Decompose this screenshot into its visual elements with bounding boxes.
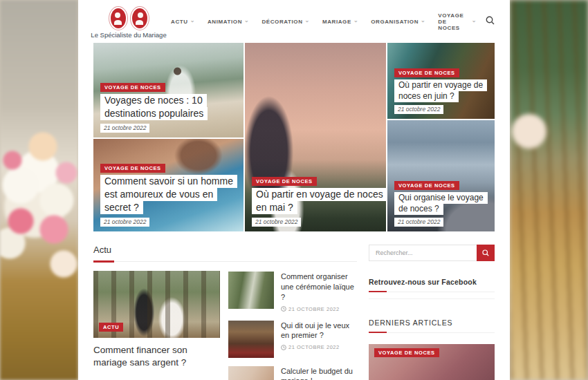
main-nav: ACTU⌄ ANIMATION⌄ DÉCORATION⌄ MARIAGE⌄ OR… bbox=[164, 12, 477, 31]
clock-icon bbox=[281, 306, 286, 312]
chevron-down-icon: ⌄ bbox=[305, 18, 310, 23]
chevron-down-icon: ⌄ bbox=[353, 18, 358, 23]
list-item-date: 21 OCTOBRE 2022 bbox=[281, 306, 357, 312]
nav-item-decoration[interactable]: DÉCORATION⌄ bbox=[261, 12, 310, 31]
cameo-left-icon bbox=[111, 8, 126, 28]
hero-article-date: 21 octobre 2022 bbox=[100, 124, 149, 133]
hero-article-title[interactable]: Où partir en voyage de noces en mai ? bbox=[252, 188, 383, 214]
nav-item-animation[interactable]: ANIMATION⌄ bbox=[208, 12, 249, 31]
chevron-down-icon: ⌄ bbox=[190, 18, 195, 23]
hero-article[interactable]: VOYAGE DE NOCES Voyages de noces : 10 de… bbox=[93, 43, 244, 137]
search-input[interactable] bbox=[369, 245, 477, 261]
list-item-thumbnail[interactable] bbox=[228, 366, 274, 380]
category-badge[interactable]: VOYAGE DE NOCES bbox=[394, 68, 459, 77]
latest-article[interactable]: VOYAGE DE NOCES bbox=[369, 344, 495, 380]
hero-article-title[interactable]: Où partir en voyage de noces en juin ? bbox=[394, 79, 492, 102]
category-badge[interactable]: VOYAGE DE NOCES bbox=[394, 181, 459, 190]
list-item-thumbnail[interactable] bbox=[228, 272, 274, 309]
main-content: Actu ACTU Comment financer son mariage s… bbox=[78, 231, 510, 380]
facebook-widget-area bbox=[369, 292, 495, 299]
nav-item-organisation[interactable]: ORGANISATION⌄ bbox=[371, 12, 425, 31]
featured-article-title[interactable]: Comment financer son mariage sans argent… bbox=[93, 344, 220, 369]
nav-item-mariage[interactable]: MARIAGE⌄ bbox=[322, 12, 358, 31]
article-list: Comment organiser une cérémonie laïque ?… bbox=[228, 271, 357, 380]
featured-article[interactable]: ACTU Comment financer son mariage sans a… bbox=[93, 271, 220, 380]
list-item[interactable]: Calculer le budget du mariage ! bbox=[228, 366, 357, 380]
search-submit-button[interactable] bbox=[477, 245, 495, 261]
search-icon bbox=[482, 249, 489, 256]
page: Le Spécialiste du Mariage ACTU⌄ ANIMATIO… bbox=[78, 0, 510, 380]
hero-article-date: 21 octobre 2022 bbox=[394, 105, 443, 114]
hero-article-date: 21 octobre 2022 bbox=[100, 218, 149, 227]
background-photo-right bbox=[510, 0, 588, 380]
hero-grid: VOYAGE DE NOCES Voyages de noces : 10 de… bbox=[93, 43, 495, 231]
hero-article[interactable]: VOYAGE DE NOCES Comment savoir si un hom… bbox=[93, 139, 244, 231]
list-item[interactable]: Qui dit oui je le veux en premier ? 21 O… bbox=[228, 321, 357, 358]
category-badge[interactable]: ACTU bbox=[99, 323, 123, 332]
list-item[interactable]: Comment organiser une cérémonie laïque ?… bbox=[228, 272, 357, 312]
list-item-thumbnail[interactable] bbox=[228, 321, 274, 358]
featured-article-image[interactable]: ACTU bbox=[93, 271, 220, 338]
chevron-down-icon: ⌄ bbox=[472, 18, 477, 23]
list-item-date: 21 OCTOBRE 2022 bbox=[281, 344, 357, 350]
category-badge[interactable]: VOYAGE DE NOCES bbox=[100, 164, 165, 173]
nav-item-voyage-de-noces[interactable]: VOYAGE DE NOCES⌄ bbox=[438, 12, 477, 31]
list-item-title[interactable]: Calculer le budget du mariage ! bbox=[281, 366, 357, 380]
site-header: Le Spécialiste du Mariage ACTU⌄ ANIMATIO… bbox=[78, 0, 510, 43]
hero-article-date: 21 octobre 2022 bbox=[252, 218, 301, 227]
clock-icon bbox=[281, 345, 286, 350]
category-badge[interactable]: VOYAGE DE NOCES bbox=[100, 83, 165, 92]
hero-article-title[interactable]: Qui organise le voyage de noces ? bbox=[394, 192, 492, 214]
sidebar: Retrouvez-nous sur Facebook DERNIERS ART… bbox=[369, 245, 495, 380]
list-item-title[interactable]: Qui dit oui je le veux en premier ? bbox=[281, 321, 357, 341]
section-title-actu: Actu bbox=[93, 245, 357, 262]
category-badge[interactable]: VOYAGE DE NOCES bbox=[374, 348, 439, 357]
background-photo-left bbox=[0, 0, 78, 380]
category-badge[interactable]: VOYAGE DE NOCES bbox=[252, 177, 317, 186]
chevron-down-icon: ⌄ bbox=[244, 18, 249, 23]
hero-article[interactable]: VOYAGE DE NOCES Qui organise le voyage d… bbox=[387, 120, 495, 231]
hero-article-title[interactable]: Voyages de noces : 10 destinations popul… bbox=[100, 94, 241, 120]
chevron-down-icon: ⌄ bbox=[421, 18, 425, 23]
hero-article[interactable]: VOYAGE DE NOCES Où partir en voyage de n… bbox=[245, 43, 386, 231]
facebook-widget-heading: Retrouvez-nous sur Facebook bbox=[369, 278, 495, 292]
hero-article[interactable]: VOYAGE DE NOCES Où partir en voyage de n… bbox=[387, 43, 495, 119]
cameo-logo-icon bbox=[111, 8, 147, 28]
cameo-right-icon bbox=[132, 8, 147, 28]
list-item-title[interactable]: Comment organiser une cérémonie laïque ? bbox=[281, 272, 357, 303]
site-title: Le Spécialiste du Mariage bbox=[91, 31, 166, 39]
hero-article-title[interactable]: Comment savoir si un homme est amoureux … bbox=[100, 175, 241, 214]
hero-article-date: 21 octobre 2022 bbox=[394, 218, 443, 227]
nav-item-actu[interactable]: ACTU⌄ bbox=[171, 12, 195, 31]
latest-articles-heading: DERNIERS ARTICLES bbox=[369, 319, 495, 333]
site-logo[interactable]: Le Spécialiste du Mariage bbox=[93, 4, 164, 39]
search-icon[interactable] bbox=[477, 15, 495, 28]
